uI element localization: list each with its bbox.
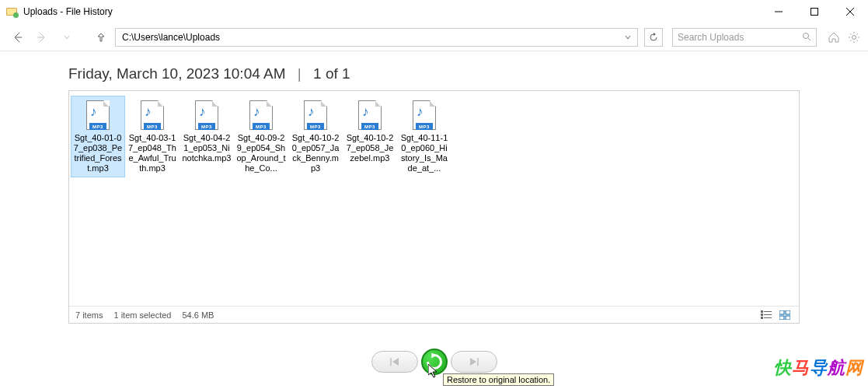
status-bar: 7 items 1 item selected 54.6 MB	[69, 306, 799, 323]
next-version-button[interactable]	[451, 351, 497, 373]
svg-rect-0	[811, 9, 818, 16]
audio-file-icon: ♪MP3	[191, 100, 222, 131]
svg-rect-8	[764, 317, 772, 318]
file-label: Sgt_40-11-10_ep060_History_Is_Made_at_..…	[399, 133, 449, 173]
file-label: Sgt_40-03-17_ep048_The_Awful_Truth.mp3	[127, 133, 177, 173]
address-bar[interactable]	[115, 28, 638, 47]
navigation-toolbar	[0, 23, 868, 51]
file-item[interactable]: ♪MP3Sgt_40-09-29_ep054_Shop_Around_the_C…	[234, 96, 288, 177]
previous-version-button[interactable]	[371, 351, 418, 373]
file-type-badge: MP3	[253, 123, 270, 130]
svg-rect-7	[761, 317, 763, 319]
search-box[interactable]	[672, 28, 817, 47]
file-type-badge: MP3	[144, 123, 161, 130]
version-page-indicator: 1 of 1	[313, 65, 350, 82]
file-type-badge: MP3	[198, 123, 215, 130]
search-input[interactable]	[678, 32, 802, 43]
svg-rect-12	[786, 316, 790, 320]
file-type-badge: MP3	[416, 123, 433, 130]
svg-rect-4	[764, 311, 772, 312]
file-type-badge: MP3	[361, 123, 378, 130]
header-separator: |	[298, 65, 302, 82]
home-icon[interactable]	[826, 30, 842, 45]
file-item[interactable]: ♪MP3Sgt_40-01-07_ep038_Petrified_Forest.…	[71, 96, 125, 177]
title-bar: Uploads - File History	[0, 0, 868, 23]
file-item[interactable]: ♪MP3Sgt_40-11-10_ep060_History_Is_Made_a…	[397, 96, 451, 177]
minimize-button[interactable]	[761, 0, 797, 23]
audio-file-icon: ♪MP3	[246, 100, 277, 131]
version-timestamp: Friday, March 10, 2023 10:04 AM	[68, 65, 286, 82]
file-item[interactable]: ♪MP3Sgt_40-04-21_ep053_Ninotchka.mp3	[180, 96, 234, 177]
audio-file-icon: ♪MP3	[300, 100, 331, 131]
search-icon	[802, 30, 811, 44]
app-icon	[6, 5, 19, 18]
forward-button[interactable]	[31, 26, 53, 48]
file-grid: ♪MP3Sgt_40-01-07_ep038_Petrified_Forest.…	[69, 91, 799, 182]
close-button[interactable]	[832, 0, 868, 23]
svg-rect-6	[764, 314, 772, 315]
svg-rect-10	[786, 310, 790, 314]
refresh-button[interactable]	[644, 28, 663, 47]
up-button[interactable]	[90, 26, 112, 48]
maximize-button[interactable]	[797, 0, 832, 23]
content-area: Friday, March 10, 2023 10:04 AM | 1 of 1…	[0, 51, 868, 324]
file-label: Sgt_40-01-07_ep038_Petrified_Forest.mp3	[73, 133, 123, 173]
address-input[interactable]	[119, 32, 622, 43]
file-type-badge: MP3	[89, 123, 106, 130]
watermark: 快马导航网	[774, 356, 863, 380]
audio-file-icon: ♪MP3	[409, 100, 440, 131]
svg-point-1	[804, 33, 809, 38]
audio-file-icon: ♪MP3	[82, 100, 113, 131]
restore-button[interactable]	[421, 349, 448, 375]
file-label: Sgt_40-09-29_ep054_Shop_Around_the_Co...	[236, 133, 286, 173]
file-item[interactable]: ♪MP3Sgt_40-03-17_ep048_The_Awful_Truth.m…	[125, 96, 180, 177]
version-header: Friday, March 10, 2023 10:04 AM | 1 of 1	[68, 65, 800, 82]
audio-file-icon: ♪MP3	[137, 100, 168, 131]
svg-rect-9	[779, 310, 784, 314]
svg-point-2	[852, 35, 856, 39]
large-icons-view-icon[interactable]	[777, 308, 793, 322]
status-selected: 1 item selected	[113, 310, 171, 320]
restore-tooltip: Restore to original location.	[443, 373, 554, 386]
address-dropdown-icon[interactable]	[622, 34, 634, 40]
file-label: Sgt_40-10-27_ep058_Jezebel.mp3	[345, 133, 395, 163]
window-title: Uploads - File History	[23, 6, 113, 17]
svg-rect-5	[761, 314, 763, 316]
file-label: Sgt_40-10-20_ep057_Jack_Benny.mp3	[291, 133, 340, 173]
status-size: 54.6 MB	[182, 310, 214, 320]
version-navigation	[371, 349, 497, 375]
file-type-badge: MP3	[307, 123, 324, 130]
file-label: Sgt_40-04-21_ep053_Ninotchka.mp3	[182, 133, 232, 163]
back-button[interactable]	[6, 26, 28, 48]
status-item-count: 7 items	[75, 310, 103, 320]
file-item[interactable]: ♪MP3Sgt_40-10-27_ep058_Jezebel.mp3	[343, 96, 397, 177]
file-item[interactable]: ♪MP3Sgt_40-10-20_ep057_Jack_Benny.mp3	[288, 96, 343, 177]
svg-rect-11	[779, 316, 784, 320]
window-controls	[761, 0, 868, 23]
svg-rect-3	[761, 310, 763, 313]
details-view-icon[interactable]	[758, 308, 774, 322]
file-pane[interactable]: ♪MP3Sgt_40-01-07_ep038_Petrified_Forest.…	[68, 90, 800, 324]
recent-locations-dropdown[interactable]	[56, 26, 78, 48]
audio-file-icon: ♪MP3	[354, 100, 385, 131]
gear-icon[interactable]	[846, 30, 862, 45]
